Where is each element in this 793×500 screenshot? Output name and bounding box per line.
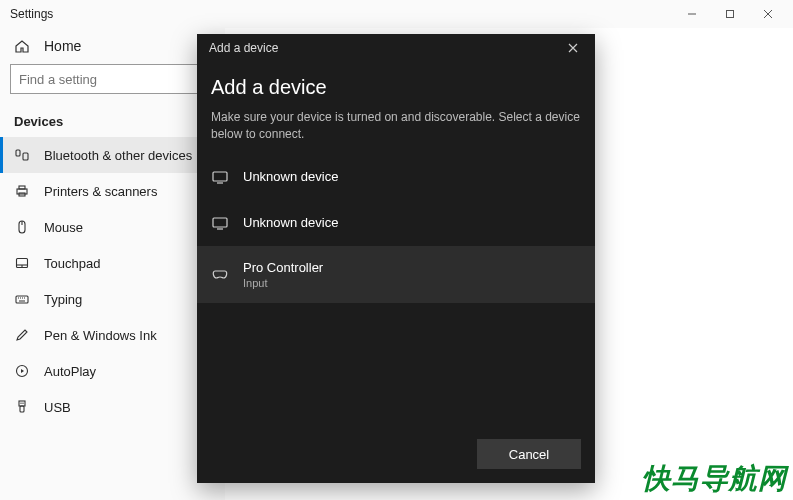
cancel-button[interactable]: Cancel	[477, 439, 581, 469]
maximize-button[interactable]	[711, 0, 749, 28]
sidebar-item-label: Typing	[44, 292, 82, 307]
sidebar-item-printers[interactable]: Printers & scanners	[0, 173, 225, 209]
device-title: Unknown device	[243, 169, 338, 184]
device-item-unknown[interactable]: Unknown device	[197, 200, 595, 246]
sidebar-item-label: Printers & scanners	[44, 184, 157, 199]
touchpad-icon	[14, 255, 30, 271]
dialog-body: Add a device Make sure your device is tu…	[197, 62, 595, 429]
device-text: Unknown device	[243, 215, 338, 230]
sidebar-item-autoplay[interactable]: AutoPlay	[0, 353, 225, 389]
device-text: Unknown device	[243, 169, 338, 184]
home-icon	[14, 38, 30, 54]
sidebar-item-label: Mouse	[44, 220, 83, 235]
sidebar-section-label: Devices	[0, 104, 225, 137]
svg-rect-11	[16, 296, 28, 303]
sidebar-item-touchpad[interactable]: Touchpad	[0, 245, 225, 281]
sidebar-item-mouse[interactable]: Mouse	[0, 209, 225, 245]
device-text: Pro Controller Input	[243, 260, 323, 289]
dialog-close-button[interactable]	[555, 34, 591, 62]
svg-rect-4	[19, 186, 25, 189]
pen-icon	[14, 327, 30, 343]
titlebar: Settings	[0, 0, 793, 28]
sidebar-item-usb[interactable]: USB	[0, 389, 225, 425]
sidebar-item-label: Pen & Windows Ink	[44, 328, 157, 343]
device-item-pro-controller[interactable]: Pro Controller Input	[197, 246, 595, 303]
sidebar: Home Devices Bluetooth & other devices P…	[0, 28, 225, 500]
display-icon	[211, 168, 229, 186]
search-wrap	[0, 64, 225, 104]
add-device-dialog: Add a device Add a device Make sure your…	[197, 34, 595, 483]
usb-icon	[14, 399, 30, 415]
device-title: Pro Controller	[243, 260, 323, 275]
sidebar-home-label: Home	[44, 38, 81, 54]
search-input[interactable]	[10, 64, 215, 94]
sidebar-item-label: USB	[44, 400, 71, 415]
sidebar-home[interactable]: Home	[0, 28, 225, 64]
sidebar-nav: Bluetooth & other devices Printers & sca…	[0, 137, 225, 425]
sidebar-item-typing[interactable]: Typing	[0, 281, 225, 317]
dialog-footer: Cancel	[197, 429, 595, 483]
bluetooth-icon	[14, 147, 30, 163]
keyboard-icon	[14, 291, 30, 307]
dialog-heading: Add a device	[211, 76, 581, 99]
device-item-unknown[interactable]: Unknown device	[197, 154, 595, 200]
close-button[interactable]	[749, 0, 787, 28]
svg-rect-0	[727, 11, 734, 18]
dialog-titlebar-label: Add a device	[209, 41, 278, 55]
sidebar-item-pen[interactable]: Pen & Windows Ink	[0, 317, 225, 353]
device-title: Unknown device	[243, 215, 338, 230]
mouse-icon	[14, 219, 30, 235]
sidebar-item-bluetooth[interactable]: Bluetooth & other devices	[0, 137, 225, 173]
device-list: Unknown device Unknown device Pro Contro…	[197, 154, 595, 303]
device-subtitle: Input	[243, 277, 323, 289]
sidebar-item-label: AutoPlay	[44, 364, 96, 379]
window-title: Settings	[10, 7, 53, 21]
sidebar-item-label: Touchpad	[44, 256, 100, 271]
svg-rect-19	[20, 406, 24, 412]
svg-rect-18	[19, 401, 25, 406]
svg-rect-24	[213, 218, 227, 227]
dialog-titlebar: Add a device	[197, 34, 595, 62]
window-controls	[673, 0, 787, 28]
printer-icon	[14, 183, 30, 199]
minimize-button[interactable]	[673, 0, 711, 28]
gamepad-icon	[211, 265, 229, 283]
sidebar-item-label: Bluetooth & other devices	[44, 148, 192, 163]
svg-rect-1	[16, 150, 20, 156]
svg-rect-22	[213, 172, 227, 181]
svg-rect-2	[23, 153, 28, 160]
autoplay-icon	[14, 363, 30, 379]
dialog-subtext: Make sure your device is turned on and d…	[211, 109, 581, 144]
display-icon	[211, 214, 229, 232]
